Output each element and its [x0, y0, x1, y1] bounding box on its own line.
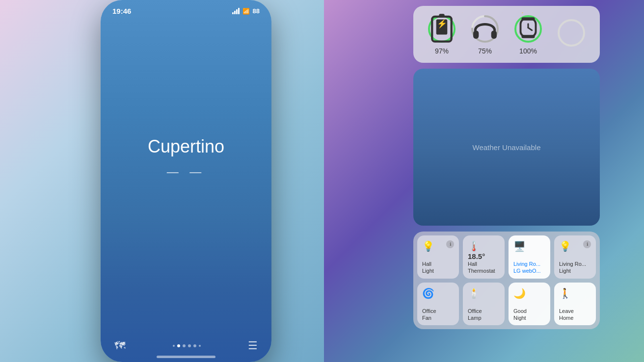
dot-1: [173, 345, 175, 347]
weather-dashes: — —: [167, 165, 206, 179]
dot-5: [193, 344, 196, 347]
battery-ring-phone: ⚡: [427, 14, 457, 44]
battery-item-headphones: 75%: [470, 14, 500, 55]
svg-rect-9: [491, 30, 497, 39]
battery-icon: 88: [253, 7, 260, 15]
control-center: ⚡ 97% 75%: [413, 0, 600, 362]
weather-widget: Weather Unavailable: [413, 69, 600, 226]
goodnight-label: GoodNight: [513, 308, 545, 322]
battery-ring-watch: ⚡: [513, 14, 543, 44]
page-dots: [173, 344, 201, 347]
dot-2: [177, 344, 180, 347]
dot-3: [183, 344, 186, 347]
phone-icon: ⚡: [427, 13, 457, 46]
svg-rect-8: [473, 30, 479, 39]
battery-ring-unknown: [556, 18, 587, 48]
iphone-content: Cupertino — —: [101, 15, 271, 300]
lamp-icon: 🕯️: [468, 287, 480, 299]
moon-icon: 🌙: [513, 287, 526, 299]
battery-widget: ⚡ 97% 75%: [413, 6, 600, 63]
tile-hall-thermostat[interactable]: 🌡️ 18.5° HallThermostat: [463, 235, 505, 279]
walk-icon: 🚶: [559, 287, 571, 299]
svg-rect-4: [439, 14, 444, 17]
city-label: Cupertino: [148, 136, 224, 157]
wifi-icon: 📶: [242, 8, 250, 15]
signal-icon: [232, 8, 240, 14]
dot-6: [199, 345, 201, 347]
tile-lamp-top: 🕯️: [468, 287, 500, 299]
lr-light-icon: 💡: [559, 240, 571, 252]
thermostat-icon: 🌡️: [468, 240, 480, 252]
tile-office-lamp[interactable]: 🕯️ OfficeLamp: [463, 283, 505, 326]
status-time: 19:46: [112, 7, 131, 15]
fan-label: OfficeFan: [422, 308, 454, 322]
watch-percent: 100%: [519, 47, 537, 55]
lr-light-dot[interactable]: ℹ: [583, 240, 591, 248]
svg-text:⚡: ⚡: [437, 19, 448, 29]
hall-light-icon: 💡: [422, 240, 434, 252]
home-indicator: [157, 356, 215, 358]
menu-icon[interactable]: ☰: [248, 339, 258, 352]
tile-leavehome-top: 🚶: [559, 287, 591, 299]
battery-item-watch: ⚡ 100%: [513, 14, 543, 55]
map-icon[interactable]: 🗺: [114, 339, 125, 352]
battery-ring-headphones: [470, 14, 500, 44]
tile-hall-light[interactable]: 💡 ℹ HallLight: [417, 235, 459, 279]
weather-status: Weather Unavailable: [473, 143, 541, 152]
thermostat-value: 18.5°: [468, 252, 500, 260]
tile-office-fan[interactable]: 🌀 OfficeFan: [417, 283, 459, 326]
lr-light-label: Living Ro...Light: [559, 260, 591, 275]
battery-item-phone: ⚡ 97%: [427, 14, 457, 55]
tv-icon: 🖥️: [513, 240, 526, 252]
tile-good-night[interactable]: 🌙 GoodNight: [509, 283, 550, 326]
tile-goodnight-top: 🌙: [513, 287, 545, 299]
fan-icon: 🌀: [422, 287, 434, 299]
svg-point-18: [559, 20, 584, 46]
headphones-icon: [470, 13, 500, 46]
tile-living-room-light[interactable]: 💡 ℹ Living Ro...Light: [554, 235, 596, 279]
tv-label: Living Ro...LG webO...: [513, 260, 545, 275]
iphone-frame: 19:46 📶 88 Cupertino — — 🗺 ☰: [101, 0, 271, 362]
battery-item-unknown: [556, 18, 587, 51]
tile-fan-top: 🌀: [422, 287, 454, 299]
hall-light-label: HallLight: [422, 260, 454, 275]
headphones-percent: 75%: [478, 47, 492, 55]
leavehome-label: LeaveHome: [559, 308, 591, 322]
tile-tv-top: 🖥️: [513, 240, 545, 252]
lamp-label: OfficeLamp: [468, 308, 500, 322]
tile-living-room-tv[interactable]: 🖥️ Living Ro...LG webO...: [509, 235, 550, 279]
status-bar: 19:46 📶 88: [101, 0, 271, 15]
hall-light-dot[interactable]: ℹ: [446, 240, 454, 248]
phone-percent: 97%: [435, 47, 449, 55]
status-icons: 📶 88: [232, 7, 260, 15]
tile-thermostat-top: 🌡️: [468, 240, 500, 252]
watch-icon: ⚡: [513, 13, 543, 46]
thermostat-label: HallThermostat: [468, 260, 500, 275]
svg-text:⚡: ⚡: [519, 13, 531, 14]
tile-hall-light-top: 💡 ℹ: [422, 240, 454, 252]
home-grid: 💡 ℹ HallLight 🌡️ 18.5° HallThermostat 🖥️…: [413, 232, 600, 329]
tile-lr-light-top: 💡 ℹ: [559, 240, 591, 252]
dot-4: [188, 344, 191, 347]
svg-line-16: [528, 28, 532, 30]
tile-leave-home[interactable]: 🚶 LeaveHome: [554, 283, 596, 326]
